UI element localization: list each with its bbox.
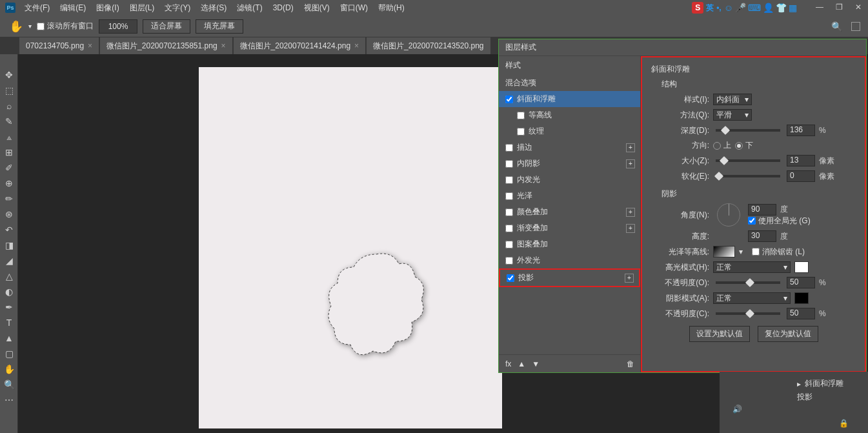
highlight-opacity-input[interactable]: 50 (787, 277, 815, 288)
trash-icon[interactable]: 🗑 (627, 359, 634, 368)
technique-select[interactable]: 平滑▾ (713, 109, 752, 121)
depth-input[interactable]: 136 (787, 125, 815, 136)
history-brush-tool-icon[interactable]: ↶ (0, 222, 18, 237)
up-icon[interactable]: ▲ (518, 359, 525, 368)
panel-toggle-icon[interactable] (851, 22, 860, 31)
fx-drop-row[interactable]: 投影 (726, 392, 862, 403)
crop-tool-icon[interactable]: ⟁ (0, 129, 18, 145)
style-gradient-overlay[interactable]: 渐变叠加+ (499, 220, 640, 236)
size-slider[interactable] (716, 159, 780, 162)
menu-help[interactable]: 帮助(H) (373, 3, 410, 14)
make-default-button[interactable]: 设置为默认值 (689, 326, 750, 342)
eraser-tool-icon[interactable]: ◨ (0, 237, 18, 253)
menu-image[interactable]: 图像(I) (91, 3, 124, 14)
search-icon[interactable]: 🔍 (831, 21, 842, 32)
style-texture[interactable]: 纹理 (499, 123, 640, 139)
menu-window[interactable]: 窗口(W) (335, 3, 373, 14)
quick-select-tool-icon[interactable]: ✎ (0, 114, 18, 129)
sogou-icon[interactable]: S (692, 2, 703, 14)
add-icon[interactable]: + (626, 224, 635, 233)
type-tool-icon[interactable]: T (0, 315, 18, 330)
add-icon[interactable]: + (626, 208, 635, 217)
size-input[interactable]: 13 (787, 155, 815, 166)
close-button[interactable]: ✕ (849, 0, 868, 14)
style-satin[interactable]: 光泽 (499, 188, 640, 204)
antialias-checkbox[interactable]: 消除锯齿 (L) (752, 247, 805, 257)
menu-select[interactable]: 选择(S) (196, 3, 232, 14)
tool-preset-dropdown[interactable]: ▾ (28, 23, 32, 30)
angle-widget[interactable] (717, 203, 740, 227)
gradient-tool-icon[interactable]: ◢ (0, 253, 18, 268)
ime-punct[interactable]: •, (716, 3, 722, 12)
down-icon[interactable]: ▼ (532, 359, 540, 368)
scroll-all-checkbox[interactable]: 滚动所有窗口 (37, 21, 94, 32)
ime-grid-icon[interactable]: ▦ (789, 3, 797, 13)
menu-edit[interactable]: 编辑(E) (55, 3, 91, 14)
shadow-opacity-slider[interactable] (716, 312, 780, 315)
direction-down[interactable]: 下 (735, 140, 753, 151)
style-drop-shadow[interactable]: 投影+ (499, 268, 640, 287)
shape-tool-icon[interactable]: ▢ (0, 346, 18, 361)
lock-icon[interactable]: 🔒 (839, 419, 849, 428)
gloss-contour[interactable] (713, 246, 735, 257)
sound-icon[interactable]: 🔊 (732, 405, 742, 414)
style-inner-shadow[interactable]: 内阴影+ (499, 156, 640, 172)
menu-type[interactable]: 文字(Y) (159, 3, 196, 14)
fx-bevel-row[interactable]: ▸斜面和浮雕 (726, 378, 862, 389)
ime-person-icon[interactable]: 👤 (763, 3, 774, 13)
styles-header[interactable]: 样式 (499, 56, 640, 75)
ime-shirt-icon[interactable]: 👕 (776, 3, 787, 13)
shadow-opacity-input[interactable]: 50 (787, 308, 815, 319)
highlight-mode-select[interactable]: 正常▾ (713, 261, 791, 273)
lasso-tool-icon[interactable]: ⌕ (0, 98, 18, 114)
menu-layer[interactable]: 图层(L) (125, 3, 160, 14)
fx-icon[interactable]: fx (505, 359, 511, 368)
style-select[interactable]: 内斜面▾ (713, 94, 752, 105)
soften-slider[interactable] (716, 175, 780, 177)
minimize-button[interactable]: — (810, 0, 829, 14)
document-canvas[interactable] (199, 67, 502, 428)
style-inner-glow[interactable]: 内发光 (499, 172, 640, 188)
fill-screen-button[interactable]: 填充屏幕 (196, 19, 243, 34)
style-contour[interactable]: 等高线 (499, 107, 640, 123)
add-icon[interactable]: + (625, 274, 634, 283)
marquee-tool-icon[interactable]: ⬚ (0, 83, 18, 98)
zoom-tool-icon[interactable]: 🔍 (0, 377, 18, 392)
highlight-color[interactable] (794, 261, 809, 273)
angle-input[interactable]: 90 (748, 204, 776, 216)
add-icon[interactable]: + (626, 143, 635, 152)
menu-view[interactable]: 视图(V) (299, 3, 335, 14)
brush-tool-icon[interactable]: ✏ (0, 191, 18, 206)
close-icon[interactable]: × (354, 41, 359, 50)
shadow-color[interactable] (794, 292, 809, 304)
highlight-opacity-slider[interactable] (716, 281, 780, 284)
direction-up[interactable]: 上 (713, 140, 731, 151)
shadow-mode-select[interactable]: 正常▾ (713, 292, 791, 304)
ime-keyboard-icon[interactable]: ⌨ (748, 3, 761, 13)
altitude-input[interactable]: 30 (748, 230, 776, 242)
more-tool-icon[interactable]: ⋯ (0, 392, 18, 408)
restore-button[interactable]: ❐ (829, 0, 849, 14)
move-tool-icon[interactable]: ✥ (0, 67, 18, 83)
style-pattern-overlay[interactable]: 图案叠加 (499, 236, 640, 252)
path-select-tool-icon[interactable]: ▲ (0, 330, 18, 346)
tab-4[interactable]: 微信图片_20200702143520.png (367, 37, 490, 54)
pen-tool-icon[interactable]: ✒ (0, 299, 18, 315)
close-icon[interactable]: × (221, 41, 226, 50)
fit-screen-button[interactable]: 适合屏幕 (143, 19, 190, 34)
global-light-checkbox[interactable]: 使用全局光 (G) (748, 216, 811, 227)
tab-1[interactable]: 0702134705.png× (19, 37, 99, 54)
tab-2[interactable]: 微信图片_20200702135851.png× (100, 37, 232, 54)
menu-filter[interactable]: 滤镜(T) (232, 3, 267, 14)
tab-3[interactable]: 微信图片_20200702141424.png× (234, 37, 365, 54)
stamp-tool-icon[interactable]: ⊛ (0, 206, 18, 222)
hand-tool-icon[interactable]: ✋ (9, 19, 23, 34)
reset-default-button[interactable]: 复位为默认值 (758, 326, 818, 342)
add-icon[interactable]: + (626, 159, 635, 168)
style-outer-glow[interactable]: 外发光 (499, 252, 640, 268)
eyedropper-tool-icon[interactable]: ✐ (0, 160, 18, 176)
ime-lang[interactable]: 英 (706, 3, 714, 14)
dodge-tool-icon[interactable]: ◐ (0, 284, 18, 299)
menu-file[interactable]: 文件(F) (19, 3, 55, 14)
style-color-overlay[interactable]: 颜色叠加+ (499, 204, 640, 220)
